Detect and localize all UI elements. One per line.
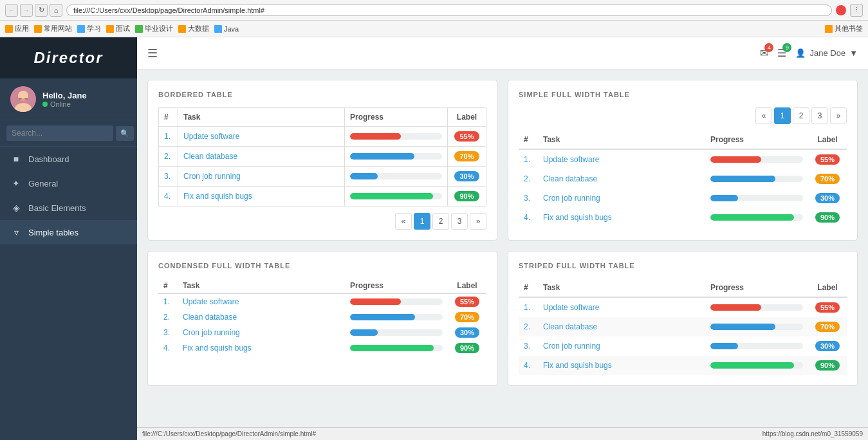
- sidebar-item-simple-tables[interactable]: ▿ Simple tables: [0, 220, 137, 244]
- topbar-user-icon: 👤: [795, 48, 806, 58]
- sft-page-3[interactable]: 3: [811, 107, 828, 124]
- row-label: 30%: [448, 167, 486, 187]
- row-label: 90%: [808, 356, 847, 375]
- row-num: 2.: [159, 147, 178, 167]
- bookmark-bigdata[interactable]: 大数据: [178, 24, 209, 33]
- row-progress: [345, 187, 448, 206]
- apps-icon: [5, 25, 13, 33]
- row-progress: [705, 356, 808, 375]
- topbar-right: ✉ 4 ☰ 9 👤 Jane Doe ▼: [760, 47, 858, 59]
- sft-th-num: #: [519, 131, 538, 149]
- mail-badge: 4: [764, 43, 773, 52]
- forward-btn[interactable]: →: [20, 4, 33, 17]
- row-progress: [345, 325, 448, 340]
- row-progress: [705, 317, 808, 336]
- row-label: 90%: [808, 208, 847, 227]
- row-label: 70%: [808, 317, 847, 336]
- bigdata-icon: [178, 25, 186, 33]
- sft-page-1[interactable]: 1: [774, 107, 791, 124]
- row-num: 2.: [158, 309, 178, 325]
- sft-page-next[interactable]: »: [830, 107, 847, 124]
- sft-th-progress: Progress: [705, 131, 808, 149]
- row-task: Update software: [538, 149, 705, 169]
- page-prev[interactable]: «: [395, 213, 412, 230]
- row-label: 30%: [808, 188, 847, 208]
- table-row: 1.Update software55%: [519, 149, 847, 169]
- row-label: 55%: [448, 127, 486, 147]
- row-num: 4.: [519, 356, 538, 375]
- status-left: file:///C:/Users/cxx/Desktop/page/Direct…: [142, 430, 316, 437]
- bookmark-interview[interactable]: 面试: [106, 24, 130, 33]
- row-label: 30%: [448, 325, 486, 340]
- hamburger-menu[interactable]: ☰: [147, 46, 158, 60]
- browser-icon: [836, 5, 846, 15]
- url-bar[interactable]: [66, 5, 832, 16]
- row-label: 55%: [808, 149, 847, 169]
- bookmarks-bar: 应用 常用网站 学习 面试 毕业设计 大数据 Java 其他书签: [0, 21, 868, 37]
- user-profile: Hello, Jane Online: [0, 78, 137, 120]
- mail-icon[interactable]: ✉ 4: [760, 47, 768, 59]
- th-progress-1: Progress: [345, 108, 448, 127]
- search-input[interactable]: [6, 125, 113, 141]
- notif-badge: 9: [782, 43, 791, 52]
- bookmark-common[interactable]: 常用网站: [34, 24, 72, 33]
- sidebar-item-dashboard[interactable]: ■ Dashboard: [0, 147, 137, 171]
- page-next[interactable]: »: [470, 213, 486, 230]
- table-row: 3.Cron job running30%: [158, 325, 486, 340]
- bookmark-java[interactable]: Java: [214, 25, 239, 33]
- row-label: 70%: [448, 309, 486, 325]
- bookmark-learn[interactable]: 学习: [77, 24, 101, 33]
- row-label: 30%: [808, 336, 847, 356]
- row-task: Update software: [178, 293, 345, 309]
- row-num: 4.: [159, 187, 178, 206]
- row-num: 3.: [158, 325, 178, 340]
- row-progress: [345, 147, 448, 167]
- bookmark-graduation[interactable]: 毕业设计: [135, 24, 173, 33]
- sidebar: Director Hello, Jane Online: [0, 37, 137, 440]
- bookmark-other[interactable]: 其他书签: [825, 24, 863, 33]
- notification-icon[interactable]: ☰ 9: [777, 47, 786, 59]
- table-row: 4.Fix and squish bugs90%: [519, 356, 847, 375]
- row-progress: [345, 309, 448, 325]
- basic-elements-icon: ◈: [10, 203, 22, 213]
- page-1[interactable]: 1: [414, 213, 430, 230]
- page-2[interactable]: 2: [432, 213, 449, 230]
- row-task: Fix and squish bugs: [538, 356, 705, 375]
- row-label: 90%: [448, 340, 486, 356]
- user-dropdown[interactable]: 👤 Jane Doe ▼: [795, 48, 858, 58]
- row-num: 3.: [159, 167, 178, 187]
- sft-th-label: Label: [808, 131, 847, 149]
- sidebar-item-general[interactable]: ✦ General: [0, 171, 137, 196]
- bookmark-apps[interactable]: 应用: [5, 24, 29, 33]
- search-button[interactable]: 🔍: [116, 126, 134, 141]
- row-progress: [345, 167, 448, 187]
- ct-th-progress: Progress: [345, 279, 448, 293]
- th-label-1: Label: [448, 108, 486, 127]
- topbar: ☰ ✉ 4 ☰ 9 👤 Jane Doe ▼: [137, 37, 868, 69]
- status-bar: file:///C:/Users/cxx/Desktop/page/Direct…: [137, 427, 868, 440]
- interview-icon: [106, 25, 114, 33]
- refresh-btn[interactable]: ↻: [35, 4, 48, 17]
- page-3[interactable]: 3: [451, 213, 468, 230]
- bordered-table-title: BORDERED TABLE: [158, 91, 486, 98]
- home-btn[interactable]: ⌂: [50, 4, 62, 17]
- table-row: 1.Update software55%: [519, 297, 847, 317]
- sft-page-prev[interactable]: «: [755, 107, 772, 124]
- row-num: 2.: [519, 317, 538, 336]
- row-progress: [345, 340, 448, 356]
- back-btn[interactable]: ←: [5, 4, 18, 17]
- main-content: ☰ ✉ 4 ☰ 9 👤 Jane Doe ▼: [137, 37, 868, 440]
- row-num: 2.: [519, 169, 538, 188]
- bordered-table-card: BORDERED TABLE # Task Progress Label 1.U…: [147, 80, 497, 241]
- striped-table: # Task Progress Label 1.Update software5…: [519, 279, 847, 375]
- table-row: 2.Clean database70%: [519, 169, 847, 188]
- sidebar-item-basic-elements[interactable]: ◈ Basic Elements: [0, 196, 137, 220]
- row-task: Fix and squish bugs: [178, 340, 345, 356]
- row-task: Clean database: [178, 309, 345, 325]
- simple-full-pagination-top: « 1 2 3 »: [519, 107, 847, 124]
- ct-th-label: Label: [448, 279, 486, 293]
- row-progress: [705, 188, 808, 208]
- sft-page-2[interactable]: 2: [793, 107, 809, 124]
- menu-btn[interactable]: ⋮: [850, 4, 863, 17]
- status-dot: [42, 102, 48, 107]
